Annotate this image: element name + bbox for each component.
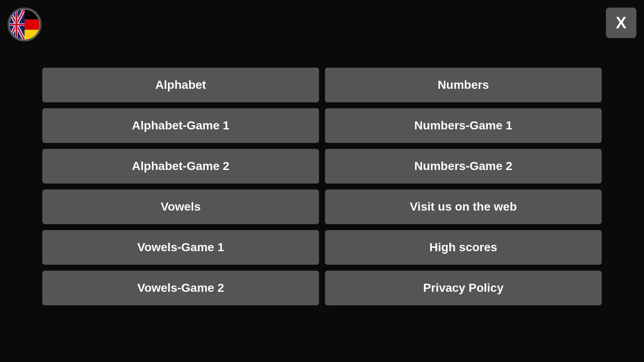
menu-button-right-5[interactable]: Privacy Policy bbox=[325, 271, 602, 305]
menu-button-right-4[interactable]: High scores bbox=[325, 230, 602, 265]
menu-button-left-3[interactable]: Vowels bbox=[42, 189, 319, 224]
menu-button-right-1[interactable]: Numbers-Game 1 bbox=[325, 108, 602, 143]
language-icon[interactable] bbox=[8, 8, 41, 41]
menu-grid: AlphabetNumbersAlphabet-Game 1Numbers-Ga… bbox=[42, 68, 602, 305]
menu-button-right-2[interactable]: Numbers-Game 2 bbox=[325, 149, 602, 184]
menu-button-left-5[interactable]: Vowels-Game 2 bbox=[42, 271, 319, 305]
menu-button-left-1[interactable]: Alphabet-Game 1 bbox=[42, 108, 319, 143]
menu-button-left-4[interactable]: Vowels-Game 1 bbox=[42, 230, 319, 265]
menu-button-left-2[interactable]: Alphabet-Game 2 bbox=[42, 149, 319, 184]
close-button[interactable]: X bbox=[606, 8, 636, 38]
menu-button-right-3[interactable]: Visit us on the web bbox=[325, 189, 602, 224]
svg-rect-10 bbox=[8, 24, 25, 25]
menu-button-left-0[interactable]: Alphabet bbox=[42, 68, 319, 102]
menu-button-right-0[interactable]: Numbers bbox=[325, 68, 602, 102]
svg-rect-12 bbox=[25, 19, 41, 30]
